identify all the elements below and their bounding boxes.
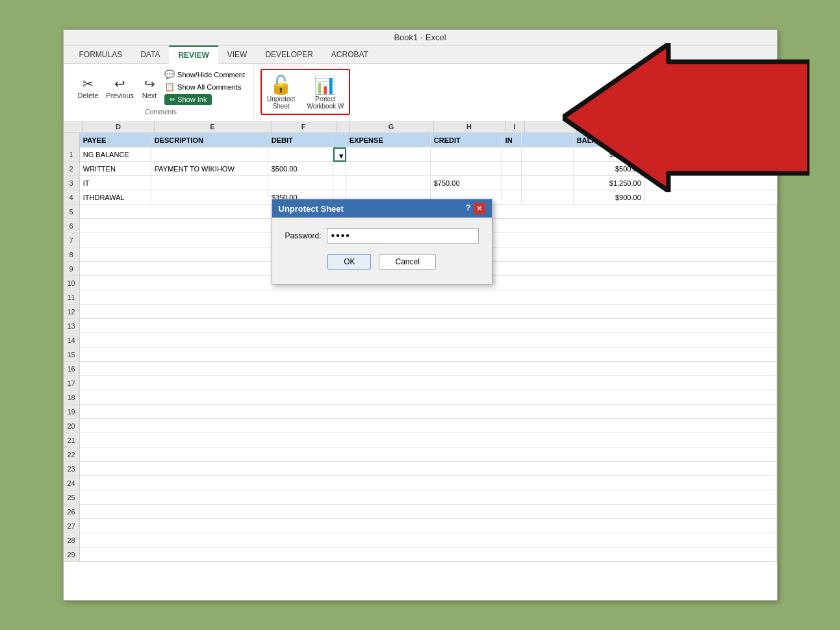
header-payee[interactable]: PAYEE <box>80 133 151 147</box>
cell-dropdown-3[interactable] <box>333 176 346 190</box>
empty-row <box>80 376 777 390</box>
previous-button[interactable]: ↩ Previous <box>103 75 136 101</box>
row-num-23: 23 <box>64 462 79 476</box>
header-debit[interactable]: DEBIT <box>268 133 333 147</box>
next-icon: ↪ <box>144 76 155 92</box>
empty-row <box>80 490 777 505</box>
cell-balance-4[interactable]: $900.00 <box>574 190 645 205</box>
cell-desc-3[interactable] <box>151 176 268 190</box>
row-num-28: 28 <box>64 533 79 548</box>
empty-row <box>80 290 777 305</box>
show-hide-comment-cmd[interactable]: 💬 Show/Hide Comment <box>162 69 247 80</box>
cell-in-3[interactable] <box>502 176 522 190</box>
unprotect-sheet-dialog: Unprotect Sheet ? ✕ Password: OK Cancel <box>272 199 492 284</box>
unprotect-sheet-button[interactable]: 🔓 Unprotect Sheet <box>263 71 299 112</box>
header-credit[interactable]: CREDIT <box>431 133 502 147</box>
tab-acrobat[interactable]: ACROBAT <box>322 45 377 63</box>
row-num-22: 22 <box>64 447 79 462</box>
dialog-title: Unprotect Sheet <box>279 204 344 214</box>
cell-balance-3[interactable]: $1,250.00 <box>574 176 645 190</box>
cell-blank-3 <box>522 176 574 190</box>
empty-row <box>80 347 777 362</box>
header-description[interactable]: DESCRIPTION <box>151 133 268 147</box>
cell-debit-2[interactable]: $500.00 <box>268 162 333 176</box>
show-ink-icon: ✏ <box>170 95 175 103</box>
comment-main-buttons: ✂ Delete ↩ Previous ↪ Next 💬 Show/Hide C… <box>75 69 248 106</box>
empty-row <box>80 447 777 462</box>
cell-payee-2[interactable]: WRITTEN <box>80 162 151 176</box>
col-header-E: E <box>155 121 272 132</box>
show-ink-button[interactable]: ✏ Show Ink <box>164 94 212 105</box>
cell-credit-1[interactable] <box>431 147 502 162</box>
dialog-close-button[interactable]: ✕ <box>474 203 485 214</box>
row-num-5: 5 <box>64 205 79 219</box>
col-header-F: F <box>272 121 337 132</box>
row-numbers: 1 2 3 4 5 6 7 8 9 10 11 12 13 14 15 16 1… <box>64 133 80 562</box>
cell-desc-2[interactable]: PAYMENT TO WIKIHOW <box>151 162 268 176</box>
dialog-title-bar: Unprotect Sheet ? ✕ <box>272 199 492 218</box>
tab-developer[interactable]: DEVELOPER <box>256 45 322 63</box>
dialog-actions: OK Cancel <box>285 254 479 273</box>
cell-balance-2[interactable]: $500.00 <box>574 162 645 176</box>
cell-payee-4[interactable]: ITHDRAWAL <box>80 190 151 205</box>
cell-in-1[interactable] <box>502 147 522 162</box>
table-row: IT $750.00 $1,250.00 <box>80 176 777 190</box>
table-row: NG BALANCE ▼ $1,000.00 <box>80 147 777 162</box>
delete-button[interactable]: ✂ Delete <box>75 75 101 101</box>
row-num-3: 3 <box>64 176 79 190</box>
cell-credit-2[interactable] <box>431 162 502 176</box>
cell-desc-4[interactable] <box>151 190 268 205</box>
col-header-K: K <box>577 121 648 132</box>
cell-expense-3[interactable] <box>346 176 431 190</box>
show-all-comments-cmd[interactable]: 📋 Show All Comments <box>162 81 247 92</box>
row-num-29: 29 <box>64 548 79 562</box>
show-ink-cmd[interactable]: ✏ Show Ink <box>162 94 247 106</box>
col-header-I: I <box>505 121 525 132</box>
cell-dropdown-1[interactable]: ▼ <box>333 147 346 162</box>
row-num-19: 19 <box>64 405 79 419</box>
cell-debit-1[interactable] <box>268 147 333 162</box>
empty-row <box>80 419 777 433</box>
cell-dropdown-2[interactable] <box>333 162 346 176</box>
row-num-21: 21 <box>64 433 79 447</box>
empty-row <box>80 333 777 347</box>
tab-data[interactable]: DATA <box>131 45 169 63</box>
cell-balance-1[interactable]: $1,000.00 <box>574 147 645 162</box>
cancel-button[interactable]: Cancel <box>379 254 435 270</box>
cell-desc-1[interactable] <box>151 147 268 162</box>
row-num-9: 9 <box>64 262 79 276</box>
password-field-row: Password: <box>285 228 479 244</box>
cell-debit-3[interactable] <box>268 176 333 190</box>
col-header-dropdown <box>337 121 350 132</box>
tab-formulas[interactable]: FORMULAS <box>70 45 132 63</box>
cell-in-2[interactable] <box>502 162 522 176</box>
row-num-27: 27 <box>64 519 79 533</box>
row-num-7: 7 <box>64 233 79 247</box>
cell-in-4[interactable] <box>502 190 522 205</box>
protect-workbook-button[interactable]: 📊 Protect Workbook W <box>303 71 348 112</box>
row-num-spacer <box>64 121 83 132</box>
delete-icon: ✂ <box>83 76 94 92</box>
cell-payee-1[interactable]: NG BALANCE <box>80 147 151 162</box>
header-balance[interactable]: BALANCE <box>574 133 645 147</box>
col-header-G: G <box>350 121 434 132</box>
next-button[interactable]: ↪ Next <box>139 75 160 101</box>
header-in[interactable]: IN <box>502 133 522 147</box>
header-expense[interactable]: EXPENSE <box>346 133 431 147</box>
cell-payee-3[interactable]: IT <box>80 176 151 190</box>
row-num-17: 17 <box>64 376 79 390</box>
cell-expense-1[interactable] <box>346 147 431 162</box>
table-header-row: PAYEE DESCRIPTION DEBIT EXPENSE CREDIT I… <box>80 133 777 147</box>
row-num-1: 1 <box>64 147 79 162</box>
protect-workbook-icon: 📊 <box>314 74 337 95</box>
cell-blank-1 <box>522 147 574 162</box>
ribbon-tabs: FORMULAS DATA REVIEW VIEW DEVELOPER ACRO… <box>64 45 777 64</box>
password-input[interactable] <box>327 228 479 244</box>
tab-review[interactable]: REVIEW <box>169 45 218 64</box>
ok-button[interactable]: OK <box>327 254 371 270</box>
cell-credit-3[interactable]: $750.00 <box>431 176 502 190</box>
dialog-title-icons: ? ✕ <box>466 203 485 214</box>
cell-expense-2[interactable] <box>346 162 431 176</box>
tab-view[interactable]: VIEW <box>218 45 257 63</box>
empty-row <box>80 548 777 562</box>
